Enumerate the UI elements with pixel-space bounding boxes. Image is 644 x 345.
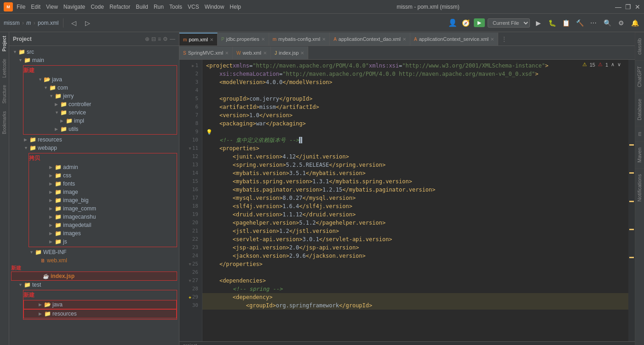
menu-navigate[interactable]: Navigate [63, 4, 85, 10]
user-icon[interactable]: 👤 [448, 18, 457, 27]
breadcrumb-m[interactable]: m [26, 20, 31, 26]
code-line-7: <version>1.0</version> [202, 111, 628, 119]
more-run-icon[interactable]: ⋯ [588, 17, 599, 28]
right-panel-maven[interactable]: Maven [635, 141, 644, 168]
tree-item-test[interactable]: ▼ 📁 test [9, 281, 179, 289]
tree-item-webinf[interactable]: ▼ 📁 WEB-INF [9, 248, 179, 256]
tree-item-service[interactable]: ▼ 📁 service [23, 108, 177, 117]
tree-item-utils[interactable]: ▶ 📁 utils [23, 125, 177, 133]
annotation-kaobei: 拷贝 [29, 154, 40, 162]
tree-item-resources[interactable]: ▶ 📁 resources [9, 136, 179, 144]
minimize-button[interactable]: — [615, 3, 621, 11]
coverage-icon[interactable]: 📋 [560, 17, 571, 28]
main-content: Project Leetcode Structure Bookmarks Pro… [0, 32, 644, 345]
tree-item-js[interactable]: ▶ 📁 js [29, 238, 177, 246]
right-panel-chatgpt[interactable]: ChatGPT [635, 60, 644, 93]
tree-item-indexjsp[interactable]: ▶ ☕ index.jsp [11, 271, 177, 281]
right-panel-database[interactable]: Database [635, 93, 644, 126]
tree-item-image-big[interactable]: ▶ 📁 image_big [29, 196, 177, 204]
tab-appdao-close[interactable]: ✕ [402, 37, 406, 42]
tab-jdbcproperties[interactable]: P jdbc.properties ✕ [218, 33, 269, 45]
tree-item-admin[interactable]: ▶ 📁 admin [29, 163, 177, 171]
tab-springmvc[interactable]: S SpringMVC.xml ✕ [179, 46, 233, 59]
tree-item-main[interactable]: ▼ 📁 main [9, 56, 179, 64]
right-panel-classlib[interactable]: classlib [635, 32, 644, 60]
tab-pomxml-close[interactable]: ✕ [210, 37, 213, 42]
leetcode-label[interactable]: Leetcode [0, 55, 9, 81]
search-everywhere-icon[interactable]: 🔍 [602, 17, 613, 28]
project-icon-settings[interactable]: ⚙ [163, 36, 168, 42]
tab-mybatis-close[interactable]: ✕ [322, 37, 326, 42]
project-header-icons: ⊕ ⊟ ≡ ⚙ — [145, 36, 175, 42]
tab-mybatisconfig[interactable]: m mybatis-config.xml ✕ [269, 33, 330, 45]
project-icon-close[interactable]: — [170, 36, 175, 42]
navigate-icon[interactable]: 🧭 [460, 17, 471, 28]
toolbar-right: 👤 🧭 ▶ Current File ▶ 🐛 📋 🔨 ⋯ 🔍 ⚙ 🔔 [448, 17, 640, 28]
tree-item-fonts[interactable]: ▶ 📁 fonts [29, 180, 177, 188]
tab-springmvc-close[interactable]: ✕ [225, 51, 229, 56]
tree-item-imagecanshu[interactable]: ▶ 📁 imagecanshu [29, 213, 177, 221]
tab-indexjsp[interactable]: J index.jsp ✕ [271, 46, 308, 59]
structure-label[interactable]: Structure [0, 81, 9, 107]
project-status-label: project [183, 343, 197, 345]
project-icon-collapse[interactable]: ⊟ [151, 36, 156, 42]
project-icon-locate[interactable]: ⊕ [145, 36, 150, 42]
menu-edit[interactable]: Edit [31, 4, 40, 10]
tree-item-webapp[interactable]: ▼ 📁 webapp [9, 144, 179, 152]
tab-indexjsp-close[interactable]: ✕ [300, 51, 304, 56]
tab-appservice-close[interactable]: ✕ [490, 37, 494, 42]
tree-item-image-comm[interactable]: ▶ 📁 image_comm [29, 204, 177, 213]
project-icon-expand[interactable]: ≡ [158, 36, 161, 42]
menu-run[interactable]: Run [154, 4, 164, 10]
right-panel-notifications[interactable]: Notifications [635, 168, 644, 207]
menu-tools[interactable]: Tools [169, 4, 182, 10]
tree-item-java[interactable]: ▼ 📂 java [23, 75, 177, 84]
breadcrumb-missm[interactable]: missm [4, 20, 20, 26]
tree-item-jerry[interactable]: ▼ 📁 jerry [23, 92, 177, 100]
menu-build[interactable]: Build [136, 4, 148, 10]
tree-item-imagedetail[interactable]: ▶ 📁 imagedetail [29, 221, 177, 229]
menu-code[interactable]: Code [91, 4, 104, 10]
menu-help[interactable]: Help [230, 4, 241, 10]
tab-appdao[interactable]: A applicationContext_dao.xml ✕ [330, 33, 410, 45]
tree-item-resources-test[interactable]: ▶ 📁 resources [23, 309, 177, 318]
back-button[interactable]: ◁ [68, 17, 79, 28]
right-panel-m[interactable]: m [635, 126, 644, 141]
run-button[interactable]: ▶ [474, 18, 485, 27]
tab-more-button[interactable]: ⋮ [498, 33, 510, 45]
project-label[interactable]: Project [0, 32, 9, 55]
tab-webxml[interactable]: W web.xml ✕ [233, 46, 271, 59]
settings-icon[interactable]: ⚙ [615, 17, 627, 28]
bookmarks-label[interactable]: Bookmarks [0, 107, 9, 138]
tree-item-css[interactable]: ▶ 📁 css [29, 171, 177, 180]
tree-item-java-test[interactable]: ▶ 📂 java [23, 300, 177, 309]
tree-item-webxml[interactable]: ▶ 🗎 web.xml [9, 256, 179, 265]
code-editor[interactable]: <project xmlns="http://maven.apache.org/… [202, 60, 628, 341]
tab-pomxml[interactable]: m pom.xml ✕ [179, 33, 218, 45]
debug-icon[interactable]: 🐛 [546, 17, 558, 28]
tab-appservice[interactable]: A applicationContext_service.xml ✕ [410, 33, 498, 45]
menu-window[interactable]: Window [205, 4, 224, 10]
forward-button[interactable]: ▷ [82, 17, 93, 28]
close-button[interactable]: ✕ [635, 3, 640, 11]
breadcrumb-pomxml[interactable]: pom.xml [38, 20, 58, 26]
tree-item-controller[interactable]: ▶ 📁 controller [23, 100, 177, 108]
tree-item-com[interactable]: ▼ 📁 com [23, 84, 177, 92]
menu-view[interactable]: View [46, 4, 58, 10]
nav-down[interactable]: ∨ [617, 62, 621, 68]
menu-file[interactable]: File [17, 4, 25, 10]
notifications-icon[interactable]: 🔔 [629, 17, 640, 28]
run2-icon[interactable]: ▶ [533, 17, 544, 28]
build-icon[interactable]: 🔨 [574, 17, 585, 28]
menu-vcs[interactable]: VCS [188, 4, 199, 10]
menu-refactor[interactable]: Refactor [109, 4, 130, 10]
tab-webxml-close[interactable]: ✕ [263, 51, 267, 56]
tree-item-images[interactable]: ▶ 📁 images [29, 229, 177, 238]
tree-item-impl[interactable]: ▶ 📁 impl [23, 117, 177, 125]
nav-up[interactable]: ∧ [611, 62, 615, 68]
tab-jdbc-close[interactable]: ✕ [261, 37, 265, 42]
run-config-dropdown[interactable]: Current File [488, 18, 530, 28]
maximize-button[interactable]: ❐ [625, 3, 631, 11]
tree-item-src[interactable]: ▼ 📁 src [9, 48, 179, 56]
tree-item-image[interactable]: ▶ 📁 image [29, 188, 177, 196]
